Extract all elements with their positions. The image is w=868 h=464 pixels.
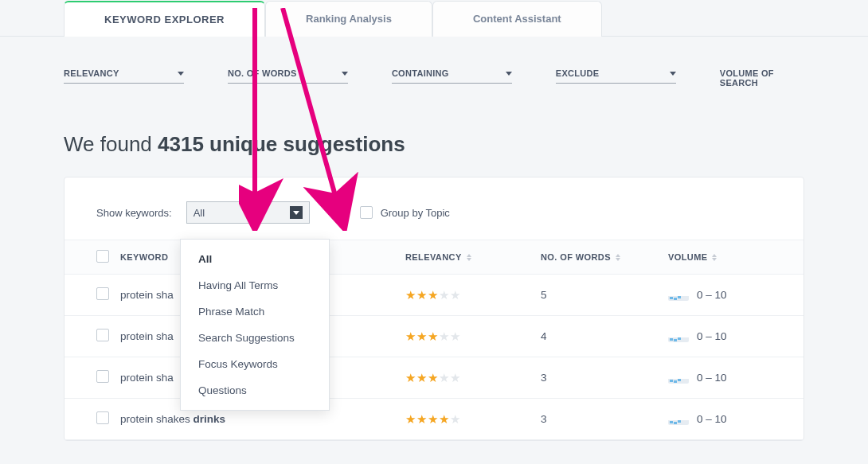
filter-exclude[interactable]: EXCLUDE [556,68,676,92]
show-keywords-dropdown: All Having All Terms Phrase Match Search… [180,239,330,411]
tab-keyword-explorer[interactable]: KEYWORD EXPLORER [64,1,265,37]
group-by-topic-label: Group by Topic [381,207,450,219]
table-row: protein sha★★★★★40 – 10 [65,316,803,357]
col-words[interactable]: NO. OF WORDS [541,252,668,262]
results-heading: We found 4315 unique suggestions [0,92,868,177]
chevron-down-icon [290,206,303,219]
row-checkbox[interactable] [96,287,109,300]
caret-icon [670,72,676,76]
row-checkbox[interactable] [96,329,109,341]
dropdown-item-having-all-terms[interactable]: Having All Terms [181,272,329,298]
dropdown-item-focus-keywords[interactable]: Focus Keywords [181,351,329,377]
words-cell: 3 [541,372,668,384]
filter-containing[interactable]: CONTAINING [392,68,512,92]
col-volume[interactable]: VOLUME [668,252,772,262]
star-rating: ★★★★★ [405,412,461,427]
star-rating: ★★★★★ [405,329,461,344]
volume-cell: 0 – 10 [668,289,772,301]
filter-relevancy-label: RELEVANCY [64,68,119,78]
table-header: KEYWORD RELEVANCY NO. OF WORDS VOLUME [65,240,803,275]
col-volume-label: VOLUME [668,252,707,262]
sparkline-icon [668,372,689,384]
filter-volume[interactable]: VOLUME OF SEARCH [720,68,804,92]
filter-volume-label: VOLUME OF SEARCH [720,68,804,88]
filter-words[interactable]: NO. OF WORDS [228,68,348,92]
tab-ranking-analysis[interactable]: Ranking Analysis [265,1,432,37]
sort-icon [712,254,717,261]
star-rating: ★★★★★ [405,288,461,302]
col-relevancy[interactable]: RELEVANCY [405,252,541,262]
select-all-checkbox[interactable] [96,250,109,263]
sparkline-icon [668,331,689,342]
tab-content-assistant[interactable]: Content Assistant [432,1,602,37]
dropdown-item-search-suggestions[interactable]: Search Suggestions [181,325,329,351]
volume-cell: 0 – 10 [668,413,772,425]
col-relevancy-label: RELEVANCY [405,252,462,262]
controls-row: Show keywords: All Group by Topic [65,201,803,240]
words-cell: 3 [541,413,668,425]
filter-exclude-label: EXCLUDE [556,68,600,78]
table-row: protein sha★★★★★50 – 10 [65,275,803,316]
caret-icon [506,72,512,76]
volume-cell: 0 – 10 [668,330,772,342]
sparkline-icon [668,414,689,425]
dropdown-item-phrase-match[interactable]: Phrase Match [181,298,329,325]
checkbox-icon [360,206,373,219]
filter-words-label: NO. OF WORDS [228,68,297,78]
row-checkbox[interactable] [96,411,109,424]
heading-count: 4315 unique suggestions [158,132,405,156]
keyword-cell[interactable]: protein shakes drinks [120,413,405,425]
main-tabs: KEYWORD EXPLORER Ranking Analysis Conten… [0,0,868,36]
select-value: All [194,207,205,219]
row-checkbox[interactable] [96,370,109,383]
table-row: protein shakes drinks★★★★★30 – 10 [65,399,803,440]
show-keywords-select[interactable]: All [186,201,310,224]
show-keywords-label: Show keywords: [96,207,172,219]
dropdown-item-all[interactable]: All [181,246,329,272]
group-by-topic-toggle[interactable]: Group by Topic [360,206,450,219]
results-card: Show keywords: All Group by Topic KEYWOR… [64,177,804,441]
sparkline-icon [668,290,689,301]
words-cell: 4 [541,330,668,342]
words-cell: 5 [541,289,668,301]
heading-prefix: We found [64,132,158,156]
sort-icon [616,254,620,261]
col-words-label: NO. OF WORDS [541,252,611,262]
filter-bar: RELEVANCY NO. OF WORDS CONTAINING EXCLUD… [0,37,868,92]
caret-icon [342,72,348,76]
table-row: protein sha★★★★★30 – 10 [65,357,803,399]
dropdown-item-questions[interactable]: Questions [181,377,329,404]
table-body: protein sha★★★★★50 – 10protein sha★★★★★4… [65,275,803,440]
filter-containing-label: CONTAINING [392,68,449,78]
caret-icon [178,72,184,76]
sort-icon [467,254,471,261]
star-rating: ★★★★★ [405,371,461,385]
filter-relevancy[interactable]: RELEVANCY [64,68,184,92]
volume-cell: 0 – 10 [668,372,772,384]
